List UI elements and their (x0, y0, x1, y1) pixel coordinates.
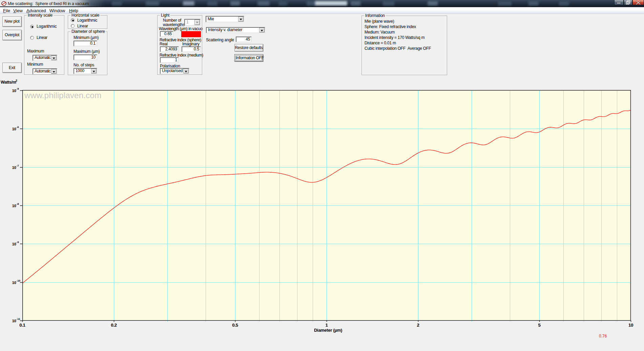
svg-text:-11: -11 (17, 317, 21, 321)
svg-text:10: 10 (12, 281, 16, 285)
svg-text:-6: -6 (17, 126, 19, 129)
svg-text:10: 10 (12, 127, 16, 131)
svg-text:10: 10 (628, 323, 633, 328)
svg-text:10: 10 (12, 166, 16, 170)
svg-text:0.76: 0.76 (599, 334, 607, 338)
svg-text:0.2: 0.2 (111, 323, 117, 328)
svg-text:-8: -8 (17, 202, 19, 205)
svg-text:10: 10 (12, 319, 16, 323)
svg-text:10: 10 (12, 204, 16, 208)
svg-text:0.5: 0.5 (232, 323, 238, 328)
svg-text:10: 10 (12, 89, 16, 93)
svg-text:0.1: 0.1 (19, 323, 25, 328)
svg-text:-7: -7 (17, 164, 19, 167)
svg-text:-5: -5 (17, 87, 19, 90)
svg-text:-10: -10 (17, 279, 21, 282)
svg-text:www.philiplaven.com: www.philiplaven.com (24, 91, 101, 100)
svg-text:Watts/m: Watts/m (1, 80, 16, 85)
svg-text:10: 10 (12, 242, 16, 246)
svg-text:1: 1 (325, 323, 328, 328)
svg-text:-9: -9 (17, 241, 19, 244)
svg-text:2: 2 (16, 79, 17, 82)
svg-text:5: 5 (538, 323, 541, 328)
svg-text:Diameter (µm): Diameter (µm) (314, 328, 342, 333)
svg-text:2: 2 (417, 323, 419, 328)
